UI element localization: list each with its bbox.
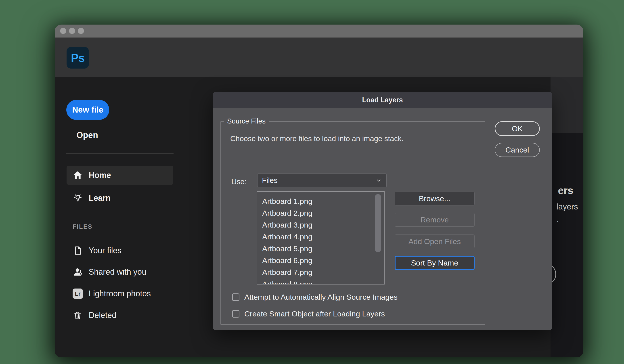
create-smart-object-row: Create Smart Object after Loading Layers [232, 309, 385, 318]
ok-button[interactable]: OK [495, 121, 540, 136]
traffic-light-close[interactable] [60, 28, 66, 34]
sort-by-name-button-label: Sort By Name [411, 259, 458, 267]
align-source-images-row: Attempt to Automatically Align Source Im… [232, 292, 397, 301]
sidebar-item-label: Your files [89, 246, 122, 255]
list-item[interactable]: Artboard 5.png [257, 243, 384, 255]
sidebar-item-label: Learn [89, 193, 110, 203]
load-layers-dialog: Load Layers OK Cancel Source Files Choos… [213, 92, 552, 330]
open-button[interactable]: Open [76, 130, 98, 140]
photoshop-window: Ps ers layers . New file Open Home [55, 25, 583, 357]
sidebar-item-label: Deleted [89, 311, 116, 320]
sidebar-files-section-label: FILES [73, 223, 92, 230]
app-header [55, 38, 583, 77]
photoshop-logo-text: Ps [71, 51, 85, 65]
browse-button-label: Browse... [419, 194, 450, 203]
sort-by-name-button[interactable]: Sort By Name [395, 256, 475, 270]
list-item[interactable]: Artboard 6.png [257, 255, 384, 266]
traffic-light-minimize[interactable] [69, 28, 75, 34]
remove-button-label: Remove [420, 215, 449, 224]
use-label: Use: [231, 178, 247, 186]
dialog-title: Load Layers [362, 96, 403, 104]
list-item[interactable]: Artboard 4.png [257, 231, 384, 243]
traffic-light-zoom[interactable] [78, 28, 84, 34]
list-item[interactable]: Artboard 2.png [257, 207, 384, 219]
use-dropdown[interactable]: Files [257, 174, 387, 187]
cancel-button-label: Cancel [505, 146, 529, 154]
sidebar-item-shared-with-you[interactable]: Shared with you [67, 262, 173, 282]
occluded-heading-fragment: ers [558, 184, 573, 197]
list-item[interactable]: Artboard 3.png [257, 219, 384, 231]
ok-button-label: OK [512, 124, 523, 133]
list-scrollbar-thumb[interactable] [375, 194, 381, 252]
sidebar-item-label: Lightroom photos [89, 289, 151, 298]
chevron-down-icon [376, 178, 382, 183]
document-icon [73, 245, 83, 256]
use-dropdown-value: Files [262, 176, 278, 185]
home-icon [73, 170, 83, 181]
occluded-text-fragment: layers [557, 202, 578, 211]
remove-button[interactable]: Remove [395, 213, 475, 227]
photoshop-logo: Ps [67, 47, 89, 69]
browse-button[interactable]: Browse... [395, 192, 475, 206]
lightroom-icon: Lr [73, 288, 83, 299]
person-icon [73, 267, 83, 277]
dialog-titlebar[interactable]: Load Layers [213, 92, 552, 108]
add-open-files-button-label: Add Open Files [409, 237, 461, 246]
checkbox-label: Create Smart Object after Loading Layers [244, 310, 385, 318]
create-smart-object-checkbox[interactable] [232, 310, 239, 317]
sidebar-item-learn[interactable]: Learn [67, 188, 173, 208]
dialog-description: Choose two or more files to load into an… [230, 134, 404, 143]
home-screen: ers layers . New file Open Home [55, 77, 583, 357]
source-files-list: Artboard 1.png Artboard 2.png Artboard 3… [257, 191, 385, 285]
source-files-legend: Source Files [224, 117, 269, 125]
sidebar-item-label: Shared with you [89, 267, 146, 277]
sidebar-item-lightroom-photos[interactable]: Lr Lightroom photos [67, 284, 173, 303]
sidebar-item-deleted[interactable]: Deleted [67, 306, 173, 325]
sidebar-item-your-files[interactable]: Your files [67, 241, 173, 260]
checkbox-label: Attempt to Automatically Align Source Im… [244, 293, 397, 301]
new-file-button-label: New file [72, 105, 104, 115]
sidebar-item-label: Home [89, 171, 111, 180]
background-content-band [550, 77, 583, 133]
learn-lightbulb-icon [73, 193, 83, 203]
list-item[interactable]: Artboard 8.png [257, 278, 384, 285]
cancel-button[interactable]: Cancel [495, 143, 540, 157]
add-open-files-button[interactable]: Add Open Files [395, 234, 475, 248]
occluded-dot-fragment: . [557, 214, 559, 224]
window-titlebar[interactable] [55, 25, 583, 38]
align-source-images-checkbox[interactable] [232, 293, 239, 301]
sidebar-item-home[interactable]: Home [67, 166, 173, 185]
sidebar-divider [66, 154, 174, 154]
new-file-button[interactable]: New file [66, 100, 109, 120]
list-item[interactable]: Artboard 7.png [257, 266, 384, 278]
list-item[interactable]: Artboard 1.png [257, 195, 384, 207]
trash-icon [73, 310, 83, 320]
